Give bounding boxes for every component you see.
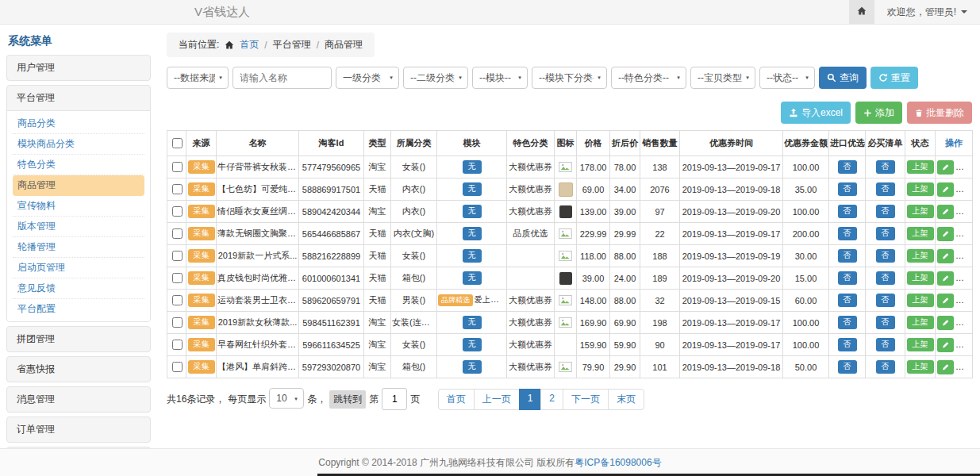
sidebar-group-user-management[interactable]: 用户管理 (7, 56, 150, 80)
edit-button[interactable] (937, 360, 954, 374)
module-none-badge: 无 (463, 249, 482, 263)
edit-button[interactable] (937, 316, 954, 330)
edit-button[interactable] (937, 227, 954, 241)
module-select[interactable]: --模块-- (472, 67, 528, 89)
must-buy-toggle-badge[interactable]: 否 (876, 360, 895, 374)
import-toggle-badge[interactable]: 否 (838, 160, 857, 174)
status-badge[interactable]: 上架 (907, 294, 934, 307)
sidebar-item-platform-config[interactable]: 平台配置 (13, 299, 144, 319)
row-checkbox[interactable] (172, 273, 183, 283)
sidebar-group-platform-management[interactable]: 平台管理 (7, 86, 150, 110)
sidebar-item-version-management[interactable]: 版本管理 (13, 217, 144, 237)
name-search-input[interactable] (233, 67, 332, 89)
import-toggle-badge[interactable]: 否 (838, 316, 857, 329)
row-checkbox[interactable] (172, 295, 183, 305)
status-badge[interactable]: 上架 (907, 360, 934, 374)
import-toggle-badge[interactable]: 否 (838, 294, 857, 307)
status-badge[interactable]: 上架 (907, 271, 934, 285)
pager-prev[interactable]: 上一页 (474, 389, 520, 410)
row-checkbox[interactable] (172, 162, 183, 172)
row-checkbox[interactable] (172, 251, 183, 261)
must-buy-toggle-badge[interactable]: 否 (876, 338, 895, 351)
row-checkbox[interactable] (172, 317, 183, 328)
edit-button[interactable] (937, 182, 954, 197)
page-number-input[interactable] (382, 388, 407, 410)
sidebar-group-order-management[interactable]: 订单管理 (7, 417, 150, 442)
sidebar-item-module-product-category[interactable]: 模块商品分类 (13, 134, 144, 155)
edit-button[interactable] (937, 294, 954, 308)
status-badge[interactable]: 上架 (907, 316, 934, 329)
import-excel-button[interactable]: 导入excel (781, 102, 851, 124)
import-toggle-badge[interactable]: 否 (838, 338, 857, 351)
row-checkbox[interactable] (172, 206, 183, 217)
level1-category-select[interactable]: 一级分类 (336, 67, 399, 89)
must-buy-toggle-badge[interactable]: 否 (876, 316, 895, 329)
must-buy-toggle-badge[interactable]: 否 (876, 249, 895, 263)
status-badge[interactable]: 上架 (907, 160, 934, 174)
pager-first[interactable]: 首页 (438, 389, 475, 410)
module-sub-category-select[interactable]: --模块下分类-- (532, 67, 607, 89)
sidebar-item-splash-page-management[interactable]: 启动页管理 (13, 258, 144, 278)
special-category-select[interactable]: --特色分类-- (611, 67, 686, 89)
per-page-select[interactable]: 10 (269, 388, 304, 409)
select-all-checkbox[interactable] (172, 138, 183, 148)
import-toggle-badge[interactable]: 否 (838, 182, 857, 196)
sidebar-item-promo-material[interactable]: 宣传物料 (13, 196, 144, 217)
batch-delete-button[interactable]: 批量删除 (907, 102, 972, 124)
pager-next[interactable]: 下一页 (563, 389, 609, 410)
edit-button[interactable] (937, 338, 954, 352)
sidebar-group-message-management[interactable]: 消息管理 (7, 387, 150, 412)
row-checkbox[interactable] (172, 228, 183, 239)
search-button-label: 查询 (840, 71, 859, 85)
sidebar-item-product-category[interactable]: 商品分类 (13, 113, 144, 134)
pager-page-1[interactable]: 1 (519, 389, 542, 410)
reset-button[interactable]: 重置 (870, 67, 918, 89)
add-button[interactable]: 添加 (855, 102, 902, 124)
status-badge[interactable]: 上架 (907, 205, 934, 218)
sidebar-item-feedback[interactable]: 意见反馈 (13, 278, 144, 299)
row-checkbox[interactable] (172, 340, 183, 350)
import-toggle-badge[interactable]: 否 (838, 227, 857, 240)
status-badge[interactable]: 上架 (907, 227, 934, 240)
cell-sales-count: 101 (640, 356, 680, 378)
edit-button[interactable] (937, 271, 954, 286)
icp-link[interactable]: 粤ICP备16098006号 (575, 456, 661, 470)
sidebar-item-carousel-management[interactable]: 轮播管理 (13, 237, 144, 258)
sidebar-group-savings-express[interactable]: 省惠快报 (7, 357, 150, 382)
sidebar-item-product-management[interactable]: 商品管理 (13, 175, 144, 196)
pager-last[interactable]: 末页 (608, 389, 644, 410)
edit-button[interactable] (937, 160, 954, 175)
must-buy-toggle-badge[interactable]: 否 (876, 271, 895, 285)
cell-category: 女装(连衣裙) (391, 312, 437, 334)
level2-category-select[interactable]: --二级分类-- (403, 67, 468, 89)
pager-page-2[interactable]: 2 (540, 389, 563, 410)
status-badge[interactable]: 上架 (907, 182, 934, 196)
must-buy-toggle-badge[interactable]: 否 (876, 160, 895, 174)
import-toggle-badge[interactable]: 否 (838, 271, 857, 285)
breadcrumb-home-link[interactable]: 首页 (240, 38, 259, 52)
jump-button[interactable]: 跳转到 (329, 390, 366, 409)
status-badge[interactable]: 上架 (907, 249, 934, 263)
must-buy-toggle-badge[interactable]: 否 (876, 182, 895, 196)
sidebar-item-special-category[interactable]: 特色分类 (13, 155, 144, 175)
sidebar-group-groupbuy-management[interactable]: 拼团管理 (7, 327, 150, 351)
item-type-select[interactable]: --宝贝类型-- (690, 67, 755, 89)
edit-button[interactable] (937, 249, 954, 263)
row-checkbox[interactable] (172, 184, 183, 194)
home-button[interactable] (849, 0, 874, 24)
import-toggle-badge[interactable]: 否 (838, 249, 857, 263)
status-select[interactable]: --状态-- (759, 67, 815, 89)
cell-operations (936, 334, 973, 356)
import-toggle-badge[interactable]: 否 (838, 360, 857, 374)
cell-product-name: 真皮钱包时尚优雅女士... (217, 267, 299, 290)
edit-button[interactable] (937, 205, 954, 219)
data-source-select[interactable]: --数据来源-- (167, 67, 229, 89)
import-toggle-badge[interactable]: 否 (838, 205, 857, 218)
row-checkbox[interactable] (172, 362, 183, 372)
status-badge[interactable]: 上架 (907, 338, 934, 351)
user-menu[interactable]: 欢迎您，管理员! (874, 0, 980, 24)
must-buy-toggle-badge[interactable]: 否 (876, 205, 895, 218)
must-buy-toggle-badge[interactable]: 否 (876, 294, 895, 307)
search-button[interactable]: 查询 (819, 67, 867, 89)
must-buy-toggle-badge[interactable]: 否 (876, 227, 895, 240)
